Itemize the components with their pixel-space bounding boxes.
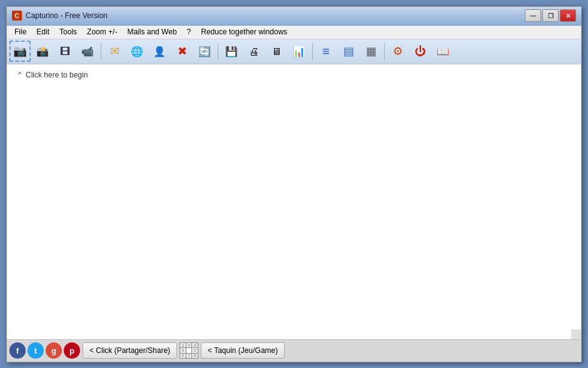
delete-icon xyxy=(178,44,187,58)
menu-reduce[interactable]: Reduce together windows xyxy=(196,26,292,37)
capture-screen-button[interactable] xyxy=(9,41,31,62)
lines1-icon xyxy=(322,44,330,59)
app-icon: C xyxy=(12,11,22,21)
game-button[interactable]: < Taquin (Jeu/Game) xyxy=(201,342,285,359)
capture-webcam-button[interactable] xyxy=(77,41,98,62)
title-bar-left: C Capturino - Free Version xyxy=(12,11,108,21)
add-contact-button[interactable] xyxy=(149,41,170,62)
menubar: File Edit Tools Zoom +/- Mails and Web ?… xyxy=(7,26,581,39)
separator-2 xyxy=(218,42,218,60)
help-book-button[interactable] xyxy=(432,41,454,62)
separator-1 xyxy=(101,42,101,60)
earth-icon xyxy=(131,45,143,58)
menu-zoom[interactable]: Zoom +/- xyxy=(82,26,122,37)
twitter-button[interactable]: t xyxy=(28,342,44,359)
maximize-button[interactable]: ❐ xyxy=(542,9,559,22)
taquin-cell-4: 4 xyxy=(180,348,186,352)
filmstrip-button[interactable] xyxy=(360,41,382,62)
statusbar: f t g p < Click (Partager/Share) 1 2 3 4… xyxy=(7,339,581,362)
lines1-button[interactable] xyxy=(315,41,337,62)
taquin-cell-3: 3 xyxy=(192,343,198,347)
taquin-cell-8: 7 xyxy=(186,354,192,358)
taquin-cell-5 xyxy=(186,348,192,352)
social-icons: f t g p xyxy=(9,342,80,359)
toolbar xyxy=(7,39,581,64)
print-icon xyxy=(249,45,259,58)
camera3-icon xyxy=(81,45,94,58)
minimize-button[interactable]: — xyxy=(525,9,541,22)
taquin-cell-9: 8 xyxy=(192,354,198,358)
send-mail-button[interactable] xyxy=(104,41,125,62)
content-area: ^ Click here to begin xyxy=(7,64,581,339)
capture-region-button[interactable] xyxy=(32,41,53,62)
google-button[interactable]: g xyxy=(46,342,62,359)
window-title: Capturino - Free Version xyxy=(26,11,108,20)
taquin-cell-2: 2 xyxy=(186,343,192,347)
chart-button[interactable] xyxy=(288,41,310,62)
power-icon xyxy=(415,45,426,58)
title-buttons: — ❐ ✕ xyxy=(525,9,576,22)
menu-file[interactable]: File xyxy=(9,26,31,37)
taquin-cell-1: 1 xyxy=(180,343,186,347)
menu-tools[interactable]: Tools xyxy=(54,26,82,37)
menu-help[interactable]: ? xyxy=(182,26,196,37)
save-icon xyxy=(225,45,238,58)
refresh-icon xyxy=(198,45,211,58)
camera-icon xyxy=(13,44,27,58)
settings-icon xyxy=(393,44,403,58)
title-bar: C Capturino - Free Version — ❐ ✕ xyxy=(7,7,581,26)
filmstrip-icon xyxy=(366,44,377,58)
monitor-icon xyxy=(271,45,281,58)
lines2-button[interactable] xyxy=(338,41,359,62)
book-icon xyxy=(437,45,449,58)
save-button[interactable] xyxy=(221,41,242,62)
monitor-button[interactable] xyxy=(266,41,287,62)
camera2-icon xyxy=(36,45,49,58)
hint-arrow: ^ xyxy=(18,71,21,78)
refresh-button[interactable] xyxy=(194,41,215,62)
capture-window-button[interactable] xyxy=(54,41,76,62)
person-icon xyxy=(153,45,166,58)
taquin-cell-6: 5 xyxy=(192,348,198,352)
pinterest-button[interactable]: p xyxy=(64,342,80,359)
hint-text: Click here to begin xyxy=(26,71,88,79)
separator-4 xyxy=(384,42,385,60)
delete-button[interactable] xyxy=(171,41,193,62)
scrollbar-corner xyxy=(571,329,581,339)
separator-3 xyxy=(312,42,313,60)
lines2-icon xyxy=(343,44,354,58)
open-web-button[interactable] xyxy=(126,41,148,62)
main-window: C Capturino - Free Version — ❐ ✕ File Ed… xyxy=(6,6,582,362)
envelope-icon xyxy=(110,44,119,58)
film-icon xyxy=(60,45,70,58)
facebook-button[interactable]: f xyxy=(9,342,26,359)
chart-icon xyxy=(293,45,305,58)
close-button[interactable]: ✕ xyxy=(560,9,576,22)
menu-mails-web[interactable]: Mails and Web xyxy=(122,26,181,37)
settings-button[interactable] xyxy=(387,41,408,62)
share-button[interactable]: < Click (Partager/Share) xyxy=(83,342,177,359)
taquin-cell-7: 6 xyxy=(180,354,186,358)
power-button[interactable] xyxy=(410,41,431,62)
menu-edit[interactable]: Edit xyxy=(31,26,54,37)
taquin-icon[interactable]: 1 2 3 4 5 6 7 8 xyxy=(180,342,198,359)
print-button[interactable] xyxy=(243,41,265,62)
